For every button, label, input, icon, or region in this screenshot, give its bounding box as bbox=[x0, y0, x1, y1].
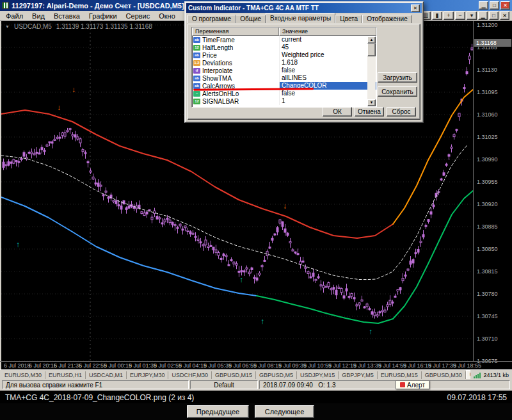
dialog-tab-common[interactable]: Общие bbox=[236, 15, 266, 23]
param-name: Interpolate bbox=[202, 67, 279, 74]
sell-arrow-icon: ↓ bbox=[57, 103, 61, 112]
dialog-close-button[interactable]: ✕ bbox=[411, 4, 420, 12]
zoom-out-icon[interactable]: − bbox=[455, 12, 465, 20]
time-axis[interactable]: 6 Jul 20186 Jul 20:156 Jul 21:356 Jul 22… bbox=[1, 362, 473, 369]
price-axis[interactable]: 1.312001.311651.311301.310951.310601.310… bbox=[473, 21, 512, 361]
time-label: 6 Jul 21:35 bbox=[54, 362, 82, 369]
chart-symbol-label: ▼ USDCAD,M5 1.31139 1.31173 1.31135 1.31… bbox=[5, 23, 152, 30]
scroll-down-icon[interactable]: ▼ bbox=[367, 99, 376, 106]
enum-type-icon: ab bbox=[193, 37, 200, 43]
scrollbar-thumb[interactable] bbox=[367, 44, 376, 56]
chart-tab-usdcad-m5[interactable]: USDCAD,M5 bbox=[466, 370, 471, 379]
menu-window[interactable]: Окно bbox=[154, 12, 180, 20]
dialog-tab-about[interactable]: О программе bbox=[188, 15, 236, 23]
price-label: 1.31060 bbox=[477, 111, 498, 118]
chart-tab-gbpusd-m15[interactable]: GBPUSD,M15 bbox=[212, 371, 256, 379]
price-label: 1.30990 bbox=[477, 156, 498, 163]
dialog-tab-colors[interactable]: Цвета bbox=[335, 15, 362, 23]
mdi-restore-button[interactable]: □ bbox=[489, 12, 499, 20]
maximize-button[interactable]: □ bbox=[490, 1, 499, 10]
menu-charts[interactable]: Графики bbox=[84, 12, 122, 20]
price-label: 1.31130 bbox=[477, 67, 497, 73]
status-help-text: Для вызова справки нажмите F1 bbox=[2, 380, 189, 389]
load-button[interactable]: Загрузить bbox=[378, 72, 417, 83]
menu-file[interactable]: Файл bbox=[1, 12, 28, 20]
param-row-price[interactable]: abPriceWeighted price bbox=[192, 51, 376, 59]
column-header-value[interactable]: Значение bbox=[279, 28, 376, 36]
param-row-halflength[interactable]: 12HalfLength45 bbox=[192, 44, 376, 51]
maximize-icon: □ bbox=[493, 3, 496, 8]
time-label: 9 Jul 06:55 bbox=[228, 362, 257, 369]
mdi-minimize-button[interactable]: ▁ bbox=[478, 12, 488, 20]
previous-button[interactable]: Предыдущее bbox=[187, 405, 249, 418]
dialog-titlebar[interactable]: Custom Indicator - TMA+CG 4C AA MTF TT ✕ bbox=[186, 3, 422, 13]
param-value-interpolate[interactable]: false bbox=[279, 67, 376, 74]
chart-tab-eurjpy-m30[interactable]: EURJPY,M30 bbox=[127, 371, 168, 379]
chart-tab-eurusd-h1[interactable]: EURUSD,H1 bbox=[45, 371, 86, 379]
zoom-in-icon[interactable]: + bbox=[444, 12, 454, 20]
param-row-showtma[interactable]: abShowTMAallLINES bbox=[192, 74, 376, 82]
param-name: Deviations bbox=[202, 60, 279, 67]
menu-view[interactable]: Вид bbox=[28, 12, 49, 20]
chart-tab-gbpusd-m5[interactable]: GBPUSD,M5 bbox=[256, 371, 297, 379]
double-type-icon: 1.2 bbox=[193, 60, 200, 66]
param-value-halflength[interactable]: 45 bbox=[279, 44, 376, 51]
dropdown-icon[interactable]: ▾ bbox=[467, 12, 477, 20]
time-label: 9 Jul 17:35 bbox=[428, 362, 456, 369]
param-row-signalbar[interactable]: 12SIGNALBAR1 bbox=[192, 97, 376, 105]
param-value-price[interactable]: Weighted price bbox=[279, 51, 376, 59]
menu-insert[interactable]: Вставка bbox=[49, 12, 84, 20]
param-name: TimeFrame bbox=[202, 36, 279, 44]
param-row-alertsonhlo[interactable]: ~AlertsOnHLofalse bbox=[192, 90, 376, 97]
minimize-icon: ▁ bbox=[481, 3, 485, 8]
indicator-dialog: Custom Indicator - TMA+CG 4C AA MTF TT ✕… bbox=[184, 1, 424, 123]
param-row-timeframe[interactable]: abTimeFramecurrent bbox=[192, 36, 376, 44]
params-scrollbar[interactable]: ▲ ▼ bbox=[367, 36, 376, 106]
chart-tab-gbpjpy-m5[interactable]: GBPJPY,M5 bbox=[339, 371, 377, 379]
chart-tab-usdcad-m1[interactable]: USDCAD,M1 bbox=[86, 371, 127, 379]
time-label: 9 Jul 01:35 bbox=[129, 362, 157, 369]
connection-status: 2413/1 kb bbox=[470, 372, 512, 379]
param-value-signalbar[interactable]: 1 bbox=[279, 97, 376, 105]
dialog-tab-visualization[interactable]: Отображение bbox=[362, 15, 412, 23]
chart-tab-usdchf-m30[interactable]: USDCHF,M30 bbox=[168, 371, 212, 379]
dialog-tab-inputs[interactable]: Входные параметры bbox=[266, 13, 335, 23]
chart-tab-eurusd-m15[interactable]: EURUSD,M15 bbox=[378, 371, 422, 379]
price-label: 1.30955 bbox=[477, 179, 498, 185]
reset-button[interactable]: Сброс bbox=[387, 107, 416, 117]
app-icon bbox=[2, 2, 9, 9]
next-button[interactable]: Следующее bbox=[255, 405, 314, 418]
viewer-datetime: 09.07.2018 17:55 bbox=[447, 393, 507, 402]
scroll-up-icon[interactable]: ▲ bbox=[367, 36, 376, 44]
cancel-button[interactable]: Отмена bbox=[355, 107, 384, 117]
status-profile[interactable]: Default bbox=[190, 380, 258, 389]
viewer-filename-bar: TMA+CG 4C_2018-07-09_ChangeCOLOR.png (2 … bbox=[0, 391, 512, 403]
close-button[interactable]: ✕ bbox=[500, 1, 510, 10]
buy-arrow-icon: ↑ bbox=[16, 240, 20, 249]
save-button[interactable]: Сохранить bbox=[378, 86, 417, 97]
price-label: 1.31200 bbox=[477, 22, 498, 28]
price-label: 1.30920 bbox=[477, 201, 498, 207]
chart-tab-usdjpy-m15[interactable]: USDJPY,M15 bbox=[297, 371, 339, 379]
connection-bars-icon bbox=[474, 373, 481, 378]
int-type-icon: 12 bbox=[193, 45, 200, 51]
param-value-showtma[interactable]: allLINES bbox=[279, 74, 376, 82]
symbol-dropdown-icon[interactable]: ▼ bbox=[5, 24, 10, 29]
ok-button[interactable]: ОК bbox=[323, 107, 352, 117]
time-label: 9 Jul 18:55 bbox=[453, 362, 481, 369]
param-row-deviations[interactable]: 1.2Deviations1.618 bbox=[192, 59, 376, 67]
price-label: 1.30780 bbox=[477, 291, 498, 297]
mdi-close-button[interactable]: ✕ bbox=[500, 12, 509, 20]
param-value-deviations[interactable]: 1.618 bbox=[279, 59, 376, 67]
mdi-minimize-icon: ▁ bbox=[481, 13, 484, 19]
chart-tab-gbpusd-m30[interactable]: GBPUSD,M30 bbox=[422, 371, 466, 379]
price-label: 1.31025 bbox=[477, 134, 498, 140]
minimize-button[interactable]: ▁ bbox=[479, 1, 488, 10]
chart-tab-eurusd-m30[interactable]: EURUSD,M30 bbox=[1, 371, 45, 379]
param-value-alertsonhlo[interactable]: false bbox=[279, 90, 376, 97]
param-value-timeframe[interactable]: current bbox=[279, 36, 376, 44]
menu-service[interactable]: Сервис bbox=[122, 12, 155, 20]
candlestick-chart-icon[interactable]: ▮ bbox=[432, 12, 442, 20]
column-header-variable[interactable]: Переменная bbox=[192, 28, 279, 36]
param-row-interpolate[interactable]: tfInterpolatefalse bbox=[192, 67, 376, 74]
